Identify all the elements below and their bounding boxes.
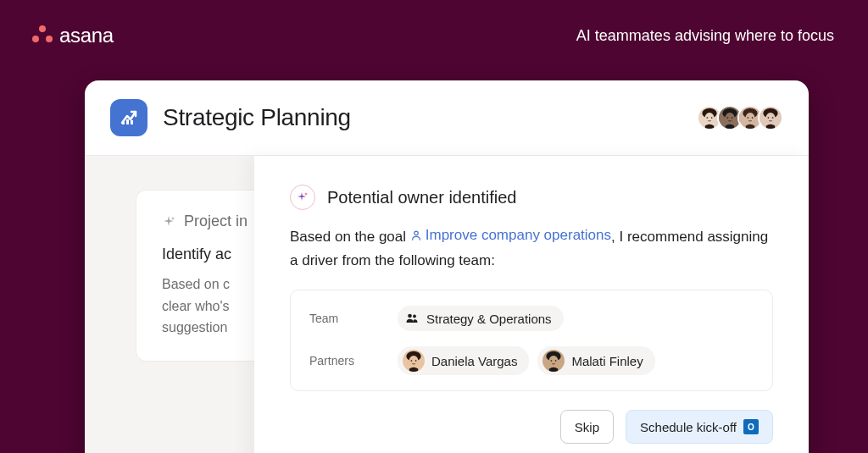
svg-point-33 bbox=[549, 356, 559, 367]
team-label: Team bbox=[309, 312, 364, 325]
tagline: AI teammates advising where to focus bbox=[576, 27, 834, 45]
ai-sparkle-icon bbox=[290, 185, 315, 210]
outlook-icon: O bbox=[743, 419, 759, 434]
avatar bbox=[542, 350, 565, 372]
goal-link[interactable]: Improve company operations bbox=[410, 224, 611, 247]
background-section-label: Project in bbox=[184, 213, 248, 230]
svg-point-21 bbox=[768, 117, 770, 119]
svg-rect-0 bbox=[122, 122, 125, 124]
partner-chip[interactable]: Daniela Vargas bbox=[398, 346, 529, 375]
page-title: Strategic Planning bbox=[163, 104, 351, 131]
svg-point-20 bbox=[765, 113, 775, 124]
team-chip[interactable]: Strategy & Operations bbox=[398, 306, 564, 331]
asana-logo-icon bbox=[32, 25, 53, 46]
person-icon bbox=[410, 229, 422, 241]
svg-point-22 bbox=[772, 117, 774, 119]
team-chip-label: Strategy & Operations bbox=[426, 312, 552, 326]
window-body: Project in Identify ac Based on c clear … bbox=[85, 155, 809, 453]
brand-logo: asana bbox=[32, 24, 114, 47]
svg-point-25 bbox=[413, 315, 416, 318]
skip-button[interactable]: Skip bbox=[560, 410, 614, 444]
avatar bbox=[403, 350, 425, 372]
svg-point-30 bbox=[415, 360, 417, 362]
svg-rect-2 bbox=[131, 120, 133, 124]
collaborator-avatars[interactable] bbox=[702, 105, 783, 130]
svg-point-34 bbox=[551, 360, 553, 362]
svg-point-16 bbox=[748, 117, 749, 119]
svg-point-5 bbox=[704, 113, 714, 124]
svg-point-10 bbox=[725, 113, 734, 124]
avatar[interactable] bbox=[758, 105, 783, 130]
brand-name: asana bbox=[59, 24, 114, 47]
ai-body-text: Based on the goal Improve company operat… bbox=[290, 224, 773, 273]
window-header: Strategic Planning bbox=[85, 80, 809, 155]
sparkle-icon bbox=[162, 215, 175, 229]
partners-label: Partners bbox=[309, 354, 364, 367]
svg-point-29 bbox=[411, 360, 413, 362]
svg-point-35 bbox=[555, 360, 557, 362]
partner-name: Daniela Vargas bbox=[431, 354, 517, 368]
action-row: Skip Schedule kick-off O bbox=[290, 410, 773, 444]
bg-body: suggestion bbox=[162, 320, 227, 334]
partner-chip[interactable]: Malati Finley bbox=[537, 346, 654, 375]
top-bar: asana AI teammates advising where to foc… bbox=[0, 0, 868, 47]
ai-panel-title: Potential owner identified bbox=[327, 188, 516, 207]
svg-point-24 bbox=[408, 314, 412, 318]
ai-recommendation-panel: Potential owner identified Based on the … bbox=[254, 156, 809, 453]
svg-point-11 bbox=[727, 117, 729, 119]
schedule-kickoff-button[interactable]: Schedule kick-off O bbox=[626, 410, 773, 444]
svg-point-15 bbox=[745, 113, 754, 124]
recommendation-box: Team Strategy & Operations Partners Dani… bbox=[290, 290, 773, 391]
app-window: Strategic Planning Project in Identify a… bbox=[85, 80, 809, 453]
svg-point-23 bbox=[415, 231, 418, 235]
svg-point-28 bbox=[409, 356, 418, 367]
svg-point-12 bbox=[732, 117, 733, 119]
people-icon bbox=[404, 311, 420, 326]
bg-body: Based on c bbox=[162, 277, 230, 291]
bg-body: clear who's bbox=[162, 299, 230, 313]
svg-point-6 bbox=[707, 117, 709, 119]
partner-name: Malati Finley bbox=[571, 354, 643, 368]
svg-rect-1 bbox=[126, 119, 129, 124]
project-icon bbox=[110, 99, 147, 136]
svg-point-7 bbox=[711, 117, 713, 119]
svg-point-17 bbox=[752, 117, 754, 119]
